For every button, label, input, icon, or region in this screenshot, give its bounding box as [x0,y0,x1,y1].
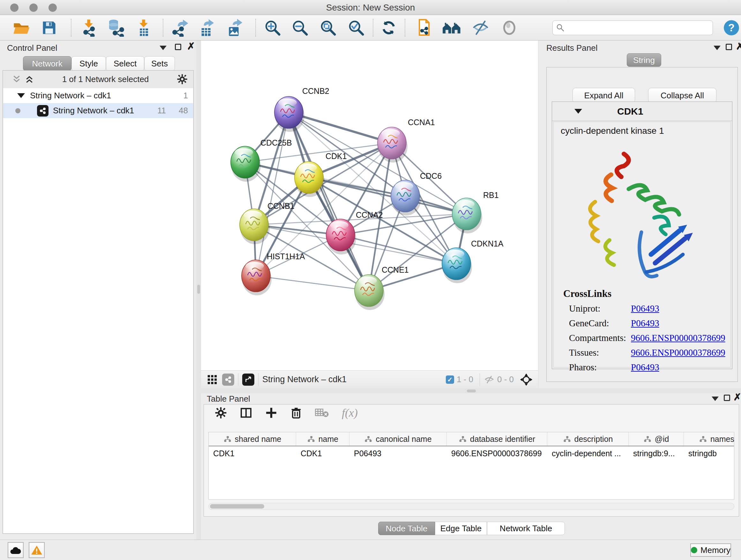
node-table[interactable]: shared namenamecanonical namedatabase id… [208,432,734,500]
tab-node-table[interactable]: Node Table [378,522,435,535]
close-panel-icon[interactable]: ✗ [736,43,741,50]
tab-network-table[interactable]: Network Table [487,522,565,535]
splitter-handle[interactable] [467,389,476,392]
panel-menu-icon[interactable] [159,46,166,50]
network-edge-HIST1H1A-CCNE1[interactable] [256,276,369,291]
delete-column-trash-icon[interactable] [290,407,302,419]
splitter-handle[interactable] [197,285,200,294]
collapse-all-button[interactable]: Collapse All [648,88,717,103]
open-in-new-window-icon[interactable] [242,374,254,386]
hide-selected-button[interactable] [469,17,492,38]
close-panel-icon[interactable]: ✗ [733,394,741,400]
scrollbar-thumb[interactable] [210,504,264,509]
open-session-button[interactable] [10,17,33,38]
grid-view-icon[interactable] [207,374,218,385]
search-input[interactable] [552,20,713,35]
import-network-from-database-button[interactable] [105,17,128,38]
zoom-fit-button[interactable] [317,17,340,38]
zoom-out-button[interactable] [288,17,312,38]
network-edge-CCNB2-CCNE1[interactable] [289,112,369,291]
network-options-gear-icon[interactable] [177,74,188,84]
tab-style[interactable]: Style [71,56,106,71]
network-node-CDC6[interactable]: CDC6 [391,172,442,215]
column-header-sharedname[interactable]: shared name [209,432,296,446]
crosslink-label: Uniprot: [569,303,600,314]
birdseye-navigator-icon[interactable] [520,373,533,386]
export-table-button[interactable] [195,17,218,38]
crosslink-link[interactable]: 9606.ENSP00000378699 [631,333,725,343]
zoom-selected-button[interactable] [345,17,367,38]
vertical-splitter-left[interactable] [196,41,201,540]
network-node-HIST1H1A[interactable]: HIST1H1A [242,252,305,295]
column-header-databaseidentifier[interactable]: database identifier [447,432,547,446]
close-panel-icon[interactable]: ✗ [187,43,195,50]
table-cell[interactable]: stringdb [684,446,734,460]
table-cell[interactable]: CDK1 [296,446,349,460]
expand-all-button[interactable]: Expand All [572,88,635,103]
float-panel-icon[interactable] [726,44,732,50]
collection-expand-icon[interactable] [17,93,25,98]
save-session-button[interactable] [38,17,61,38]
cloud-status-button[interactable] [8,542,23,558]
tab-select[interactable]: Select [106,56,144,71]
show-columns-icon[interactable] [240,407,253,419]
expand-all-icon[interactable] [12,74,21,84]
column-header-name[interactable]: name [296,432,349,446]
column-header-namespace[interactable]: namespace [684,432,734,446]
crosslink-link[interactable]: P06493 [631,303,659,314]
gene-section-header[interactable]: CDK1 [552,102,732,121]
tab-string[interactable]: String [627,53,661,67]
table-cell[interactable]: CDK1 [209,446,296,460]
import-table-file-button[interactable] [132,17,155,38]
create-column-plus-icon[interactable] [265,407,277,419]
tab-edge-table[interactable]: Edge Table [435,522,487,535]
column-header-id[interactable]: @id [629,432,684,446]
network-row-selected[interactable]: String Network – cdk1 11 48 [3,103,193,118]
zoom-in-button[interactable] [261,17,284,38]
panel-menu-icon[interactable] [712,396,719,401]
crosslink-link[interactable]: P06493 [631,318,659,328]
crosslink-link[interactable]: 9606.ENSP00000378699 [631,348,725,358]
table-cell[interactable]: 9606.ENSP00000378699 [447,446,547,460]
network-overview-icon[interactable] [222,374,234,386]
apply-layout-button[interactable] [377,17,400,38]
network-edge-CCNA2-CDKN1A[interactable] [340,235,456,264]
table-horizontal-scrollbar[interactable] [208,503,734,510]
collapse-all-icon[interactable] [24,74,34,84]
float-panel-icon[interactable] [175,44,181,50]
network-node-RB1[interactable]: RB1 [452,191,499,233]
network-node-CCNE1[interactable]: CCNE1 [354,265,409,310]
section-collapse-icon[interactable] [575,109,582,114]
crosslink-link[interactable]: P06493 [631,362,659,373]
table-row[interactable]: CDK1CDK1P064939606.ENSP00000378699cyclin… [209,446,734,460]
column-header-canonicalname[interactable]: canonical name [349,432,447,446]
help-button[interactable]: ? [722,17,741,38]
network-canvas[interactable]: CCNB2CCNA1CDC25BCDK1CDC6RB1CCNB1CCNA2CDK… [201,41,538,370]
string-import-button[interactable] [412,17,435,38]
tab-sets[interactable]: Sets [144,56,175,71]
tab-network[interactable]: Network [23,56,71,71]
network-collection-row[interactable]: String Network – cdk1 1 [3,88,193,103]
memory-button[interactable]: Memory [690,543,731,557]
selected-checkbox-icon[interactable]: ✓ [446,375,454,384]
export-network-button[interactable] [169,17,192,38]
network-edge-CCNB2-HIST1H1A[interactable] [256,112,289,276]
table-cell[interactable]: cyclin-dependent ... [547,446,629,460]
table-cell[interactable]: P06493 [349,446,447,460]
network-list-panel: 1 of 1 Network selected [3,70,194,534]
hidden-eye-icon[interactable] [484,375,495,384]
float-panel-icon[interactable] [724,395,730,401]
show-all-button[interactable] [498,17,521,38]
table-options-gear-icon[interactable] [215,407,227,419]
warnings-button[interactable] [29,542,45,558]
column-header-description[interactable]: description [547,432,629,446]
node-label-CCNB1: CCNB1 [267,201,294,210]
network-node-CCNB2[interactable]: CCNB2 [274,86,329,132]
network-node-CDKN1A[interactable]: CDKN1A [442,239,503,283]
horizontal-splitter[interactable] [201,388,741,393]
first-neighbors-button[interactable] [441,17,463,38]
export-image-button[interactable] [223,17,246,38]
import-network-file-button[interactable] [77,17,100,38]
panel-menu-icon[interactable] [714,46,721,50]
table-cell[interactable]: stringdb:9... [629,446,684,460]
